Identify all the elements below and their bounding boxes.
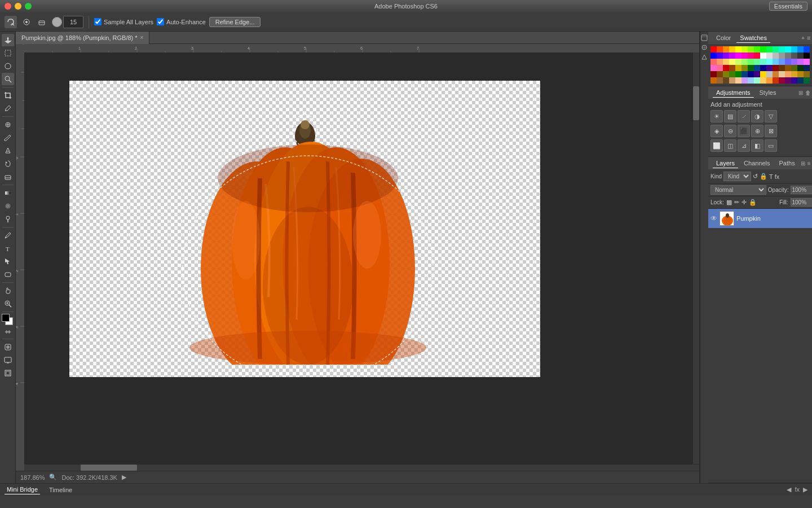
- posterize-adj-icon[interactable]: ◫: [724, 139, 736, 152]
- shape-tool[interactable]: [2, 268, 14, 281]
- swatch[interactable]: [773, 59, 779, 65]
- swatch[interactable]: [742, 77, 748, 84]
- quick-select-tool[interactable]: [2, 73, 14, 85]
- layer-visibility-toggle[interactable]: 👁: [710, 214, 717, 222]
- swatch[interactable]: [760, 77, 766, 84]
- swatch[interactable]: [748, 77, 754, 84]
- sample-all-layers-checkbox[interactable]: [94, 18, 102, 25]
- brightness-adj-icon[interactable]: ☀: [710, 110, 723, 122]
- swatch[interactable]: [742, 52, 748, 59]
- swatch[interactable]: [742, 59, 748, 65]
- close-button[interactable]: [5, 3, 11, 10]
- panel-icon-3[interactable]: [700, 53, 708, 61]
- tab-close-button[interactable]: ×: [140, 34, 144, 41]
- essentials-button[interactable]: Essentials: [769, 2, 807, 11]
- hand-tool[interactable]: [2, 284, 14, 297]
- swatch[interactable]: [766, 71, 773, 77]
- gradientmap-adj-icon[interactable]: ▭: [765, 139, 777, 152]
- swatches-tab[interactable]: Swatches: [736, 33, 770, 43]
- swatch[interactable]: [735, 52, 742, 59]
- swatch[interactable]: [735, 46, 742, 52]
- swatch[interactable]: [717, 52, 723, 59]
- panel-menu-icon[interactable]: ≡: [807, 34, 810, 41]
- swatch[interactable]: [791, 59, 797, 65]
- switch-colors-icon[interactable]: [4, 328, 12, 337]
- swatch[interactable]: [791, 71, 797, 77]
- swatch[interactable]: [804, 77, 810, 84]
- sample-all-layers-wrap[interactable]: Sample All Layers: [94, 18, 153, 25]
- path-selection-tool[interactable]: [2, 255, 14, 268]
- zoom-tool[interactable]: [2, 297, 14, 310]
- swatch[interactable]: [785, 65, 791, 71]
- canvas-viewport[interactable]: [24, 52, 692, 464]
- swatch[interactable]: [804, 59, 810, 65]
- swatch[interactable]: [710, 77, 717, 84]
- quick-selection-tool-icon[interactable]: [5, 16, 17, 28]
- swatch[interactable]: [754, 59, 760, 65]
- swatch[interactable]: [804, 46, 810, 52]
- refine-edge-button[interactable]: Refine Edge...: [209, 17, 261, 27]
- swatch[interactable]: [729, 46, 735, 52]
- swatch[interactable]: [723, 59, 729, 65]
- swatch[interactable]: [797, 65, 804, 71]
- swatch[interactable]: [729, 77, 735, 84]
- healing-brush-tool[interactable]: [2, 119, 14, 131]
- blend-mode-select[interactable]: Normal: [710, 185, 766, 195]
- color-tab[interactable]: Color: [713, 33, 734, 42]
- gradient-tool[interactable]: [2, 187, 14, 199]
- lock-transparent-icon[interactable]: ▩: [726, 199, 732, 206]
- swatch[interactable]: [804, 65, 810, 71]
- bw-adj-icon[interactable]: ⬛: [738, 125, 750, 137]
- erase-tool-icon[interactable]: [36, 16, 48, 28]
- swatch[interactable]: [748, 65, 754, 71]
- swatch[interactable]: [760, 71, 766, 77]
- brush-preview[interactable]: [52, 17, 62, 27]
- swatch[interactable]: [754, 46, 760, 52]
- styles-tab[interactable]: Styles: [756, 88, 780, 97]
- swatch[interactable]: [804, 52, 810, 59]
- layers-effect-icon[interactable]: fx: [775, 173, 780, 180]
- swatch[interactable]: [785, 52, 791, 59]
- swatch[interactable]: [779, 65, 785, 71]
- swatch[interactable]: [791, 77, 797, 84]
- swatch[interactable]: [804, 71, 810, 77]
- bottom-nav-right-icon[interactable]: ▶: [803, 486, 807, 493]
- swatch[interactable]: [797, 59, 804, 65]
- opacity-input[interactable]: [791, 186, 813, 194]
- swatch[interactable]: [766, 46, 773, 52]
- layer-row-pumpkin[interactable]: 👁 Pumpkin: [708, 209, 812, 228]
- bottom-nav-left-icon[interactable]: ◀: [787, 486, 791, 493]
- panel-icon-1[interactable]: [700, 34, 708, 42]
- swatch[interactable]: [754, 77, 760, 84]
- auto-enhance-wrap[interactable]: Auto-Enhance: [157, 18, 206, 25]
- lock-all-icon[interactable]: 🔒: [749, 199, 757, 206]
- swatch[interactable]: [773, 52, 779, 59]
- swatch[interactable]: [723, 65, 729, 71]
- swatch[interactable]: [785, 71, 791, 77]
- swatch[interactable]: [754, 71, 760, 77]
- adjustments-tab[interactable]: Adjustments: [713, 88, 754, 98]
- threshold-adj-icon[interactable]: ⊿: [738, 139, 750, 152]
- move-tool[interactable]: [2, 34, 14, 46]
- swatch[interactable]: [729, 52, 735, 59]
- swatch[interactable]: [742, 46, 748, 52]
- swatch[interactable]: [717, 59, 723, 65]
- swatch[interactable]: [779, 77, 785, 84]
- swatch[interactable]: [797, 77, 804, 84]
- auto-enhance-checkbox[interactable]: [157, 18, 164, 25]
- timeline-tab[interactable]: Timeline: [47, 485, 74, 494]
- rectangle-select-tool[interactable]: [2, 47, 14, 59]
- paths-tab[interactable]: Paths: [776, 159, 798, 168]
- layers-panel-header[interactable]: Layers Channels Paths ⊞ ≡: [708, 157, 812, 169]
- exposure-adj-icon[interactable]: ◑: [751, 110, 764, 122]
- frame-tool[interactable]: [2, 367, 14, 379]
- text-tool[interactable]: T: [2, 242, 14, 255]
- swatch[interactable]: [797, 52, 804, 59]
- swatch[interactable]: [735, 65, 742, 71]
- channels-tab[interactable]: Channels: [740, 159, 773, 168]
- eyedropper-tool[interactable]: [2, 102, 14, 115]
- swatch[interactable]: [760, 46, 766, 52]
- swatch[interactable]: [773, 71, 779, 77]
- swatch[interactable]: [791, 46, 797, 52]
- selectivecolor-adj-icon[interactable]: ◧: [751, 139, 764, 152]
